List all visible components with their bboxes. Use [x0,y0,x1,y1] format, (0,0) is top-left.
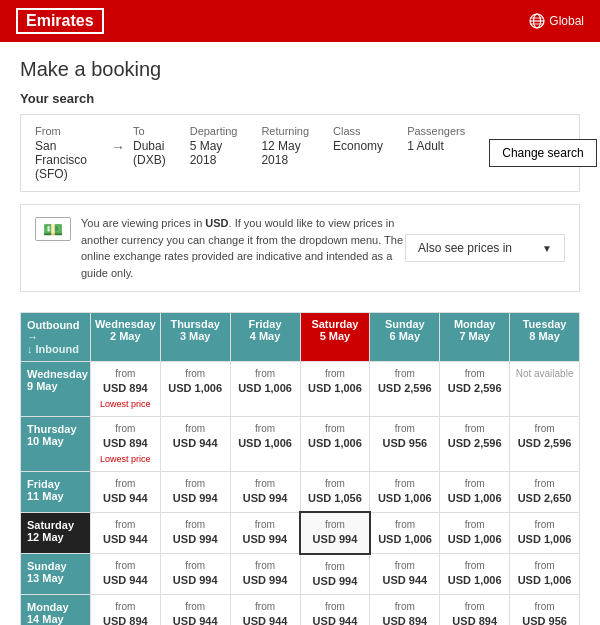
row-header-sunday: Sunday13 May [21,554,91,595]
price-cell[interactable]: fromUSD 956 [510,595,580,625]
departing-label: Departing [190,125,238,137]
price-cell[interactable]: fromUSD 2,596 [510,416,580,471]
row-header-wednesday: Wednesday9 May [21,362,91,417]
price-cell[interactable]: fromUSD 944 [300,595,370,625]
row-header-saturday: Saturday12 May [21,512,91,553]
price-cell[interactable]: fromUSD 1,006 [370,471,440,512]
col-header-friday: Friday4 May [230,313,300,362]
price-cell: Not available [510,362,580,417]
class-field: Class Economy [333,125,383,153]
price-cell[interactable]: fromUSD 2,596 [440,416,510,471]
to-label: To [133,125,166,137]
corner-cell: Outbound → ↓ Inbound [21,313,91,362]
returning-field: Returning 12 May 2018 [261,125,309,167]
price-cell[interactable]: fromUSD 1,006 [230,362,300,417]
from-value: San Francisco (SFO) [35,139,87,181]
table-row: Friday11 MayfromUSD 944fromUSD 994fromUS… [21,471,580,512]
from-field: From San Francisco (SFO) [35,125,87,181]
price-cell[interactable]: fromUSD 944 [90,471,160,512]
table-row: Thursday10 MayfromUSD 894Lowest pricefro… [21,416,580,471]
price-cell[interactable]: fromUSD 944 [160,416,230,471]
global-label: Global [549,14,584,28]
route-arrow: → [111,139,125,155]
globe-icon [529,13,545,29]
price-cell[interactable]: fromUSD 2,596 [370,362,440,417]
price-cell[interactable]: fromUSD 1,006 [370,512,440,553]
price-cell[interactable]: fromUSD 944 [230,595,300,625]
col-header-monday: Monday7 May [440,313,510,362]
price-cell[interactable]: fromUSD 894Lowest price [90,416,160,471]
price-cell[interactable]: fromUSD 994 [160,512,230,553]
chevron-down-icon: ▼ [542,243,552,254]
emirates-logo: Emirates [16,8,104,34]
price-cell[interactable]: fromUSD 1,006 [440,554,510,595]
class-label: Class [333,125,383,137]
price-cell[interactable]: fromUSD 2,596 [440,362,510,417]
price-cell[interactable]: fromUSD 994 [300,512,370,553]
departing-field: Departing 5 May 2018 [190,125,238,167]
price-cell[interactable]: fromUSD 1,056 [300,471,370,512]
returning-label: Returning [261,125,309,137]
table-row: Saturday12 MayfromUSD 944fromUSD 994from… [21,512,580,553]
price-cell[interactable]: fromUSD 1,006 [440,512,510,553]
passengers-label: Passengers [407,125,465,137]
search-summary: From San Francisco (SFO) → To Dubai (DXB… [20,114,580,192]
price-cell[interactable]: fromUSD 1,006 [300,416,370,471]
price-cell[interactable]: fromUSD 2,650 [510,471,580,512]
from-label: From [35,125,87,137]
to-value: Dubai (DXB) [133,139,166,167]
price-cell[interactable]: fromUSD 994 [230,512,300,553]
price-cell[interactable]: fromUSD 994 [230,554,300,595]
price-cell[interactable]: fromUSD 994 [160,554,230,595]
price-cell[interactable]: fromUSD 994 [300,554,370,595]
currency-text: You are viewing prices in USD. If you wo… [81,215,405,281]
price-cell[interactable]: fromUSD 944 [90,554,160,595]
returning-value: 12 May 2018 [261,139,309,167]
price-cell[interactable]: fromUSD 1,006 [300,362,370,417]
price-cell[interactable]: fromUSD 1,006 [440,471,510,512]
price-cell[interactable]: fromUSD 956 [370,416,440,471]
row-header-friday: Friday11 May [21,471,91,512]
header: Emirates Global [0,0,600,42]
price-cell[interactable]: fromUSD 1,006 [160,362,230,417]
departing-value: 5 May 2018 [190,139,238,167]
col-header-wednesday: Wednesday2 May [90,313,160,362]
currency-notice: 💵 You are viewing prices in USD. If you … [20,204,580,292]
price-cell[interactable]: fromUSD 1,006 [510,512,580,553]
table-row: Sunday13 MayfromUSD 944fromUSD 994fromUS… [21,554,580,595]
to-field: To Dubai (DXB) [133,125,166,167]
your-search-label: Your search [20,91,580,106]
price-grid: Outbound → ↓ Inbound Wednesday2 MayThurs… [20,312,580,625]
also-see-prices-label: Also see prices in [418,241,512,255]
currency-icon: 💵 [35,217,71,241]
price-cell[interactable]: fromUSD 1,006 [510,554,580,595]
table-row: Monday14 MayfromUSD 894Lowest pricefromU… [21,595,580,625]
passengers-value: 1 Adult [407,139,465,153]
col-header-sunday: Sunday6 May [370,313,440,362]
price-cell[interactable]: fromUSD 944 [160,595,230,625]
passengers-field: Passengers 1 Adult [407,125,465,153]
row-header-thursday: Thursday10 May [21,416,91,471]
row-header-monday: Monday14 May [21,595,91,625]
price-cell[interactable]: fromUSD 994 [160,471,230,512]
col-header-saturday: Saturday5 May [300,313,370,362]
change-search-button[interactable]: Change search [489,139,596,167]
col-header-tuesday: Tuesday8 May [510,313,580,362]
also-see-prices-dropdown[interactable]: Also see prices in ▼ [405,234,565,262]
price-cell[interactable]: fromUSD 894Lowest price [370,595,440,625]
global-link[interactable]: Global [529,13,584,29]
price-cell[interactable]: fromUSD 944 [90,512,160,553]
price-cell[interactable]: fromUSD 944 [370,554,440,595]
price-cell[interactable]: fromUSD 894Lowest price [440,595,510,625]
page-title: Make a booking [20,58,580,81]
price-cell[interactable]: fromUSD 894Lowest price [90,595,160,625]
table-row: Wednesday9 MayfromUSD 894Lowest pricefro… [21,362,580,417]
class-value: Economy [333,139,383,153]
col-header-thursday: Thursday3 May [160,313,230,362]
price-cell[interactable]: fromUSD 1,006 [230,416,300,471]
price-cell[interactable]: fromUSD 894Lowest price [90,362,160,417]
price-cell[interactable]: fromUSD 994 [230,471,300,512]
